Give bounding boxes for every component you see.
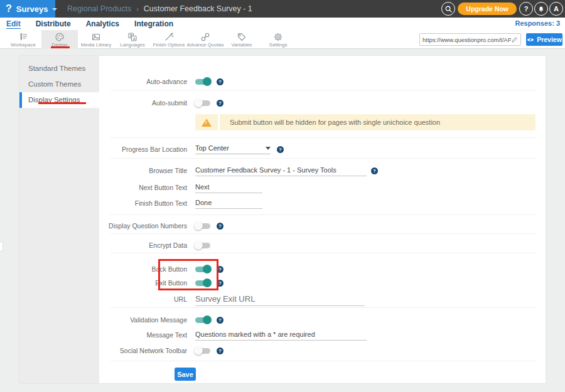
help-icon[interactable]: [217, 78, 223, 85]
auto-advance-toggle[interactable]: [195, 79, 210, 85]
svg-text:A: A: [133, 36, 136, 40]
tab-label: Settings: [269, 42, 288, 48]
help-icon[interactable]: [277, 146, 284, 153]
tab-label: Workspace: [11, 42, 36, 48]
tab-label: Variables: [232, 42, 252, 48]
warning-text: Submit button will be hidden for pages w…: [220, 114, 535, 130]
tab-label: Advance Quotas: [186, 42, 223, 48]
main-area: Standard Themes Custom Themes Display Se…: [0, 49, 565, 392]
auto-submit-toggle[interactable]: [195, 100, 210, 106]
display-question-numbers-label: Display Question Numbers: [99, 222, 187, 230]
warning-banner: Submit button will be hidden for pages w…: [195, 114, 535, 130]
survey-url-input[interactable]: [422, 36, 511, 43]
settings-gear-icon: [273, 32, 283, 42]
validation-message-label: Validation Message: [99, 316, 187, 324]
tab-label: Languages: [120, 42, 145, 48]
display-settings-form: Auto-advance Auto-submit Submit button w…: [99, 56, 546, 383]
tab-label: Media Library: [81, 42, 111, 48]
design-sidebar: Standard Themes Custom Themes Display Se…: [19, 56, 99, 383]
menu-distribute[interactable]: Distribute: [36, 19, 71, 28]
row-divider: [110, 307, 535, 308]
surveys-product-menu[interactable]: ? Surveys: [0, 0, 55, 18]
preview-button[interactable]: Preview: [526, 33, 562, 46]
save-button[interactable]: Save: [175, 368, 196, 381]
finish-button-text-label: Finish Button Text: [99, 199, 187, 207]
social-network-toolbar-toggle[interactable]: [195, 348, 210, 354]
next-button-text-label: Next Button Text: [99, 184, 187, 191]
menu-integration[interactable]: Integration: [134, 19, 173, 28]
workspace-icon: [18, 32, 28, 42]
account-avatar[interactable]: A: [549, 2, 563, 16]
tab-advance-quotas[interactable]: Advance Quotas: [187, 30, 223, 49]
survey-menu-bar: Edit Distribute Analytics Integration Re…: [0, 18, 565, 30]
help-icon[interactable]: [371, 167, 378, 174]
auto-advance-label: Auto-advance: [99, 78, 187, 85]
progress-bar-location-value: Top Center: [195, 144, 229, 152]
advance-quotas-links-icon: [200, 32, 210, 42]
search-button[interactable]: [441, 2, 455, 16]
annotation-back-exit-box: [158, 259, 218, 290]
tab-settings[interactable]: Settings: [260, 30, 296, 49]
tab-media-library[interactable]: Media Library: [78, 30, 114, 49]
exit-url-input[interactable]: [195, 293, 365, 306]
row-divider: [110, 215, 535, 215]
preview-label: Preview: [537, 36, 562, 43]
languages-icon: A: [127, 32, 137, 42]
auto-submit-label: Auto-submit: [99, 99, 187, 107]
tab-finish-options[interactable]: Finish Options: [151, 30, 187, 49]
chevron-down-icon: [52, 8, 57, 11]
product-name: Surveys: [16, 4, 48, 14]
upgrade-now-button[interactable]: Upgrade Now: [458, 3, 517, 15]
sidebar-item-custom-themes[interactable]: Custom Themes: [19, 77, 99, 92]
tab-label: Finish Options: [153, 42, 185, 48]
edit-pencil-icon[interactable]: [511, 36, 518, 43]
questionpro-logo-icon: ?: [6, 4, 12, 14]
search-icon: [444, 5, 453, 13]
sidebar-item-display-settings[interactable]: Display Settings: [19, 92, 99, 108]
top-header-bar: ? Surveys Regional Products › Customer F…: [0, 0, 565, 18]
finish-button-text-input[interactable]: [195, 198, 262, 209]
page-edge-tab[interactable]: [0, 241, 3, 252]
notifications-button[interactable]: [534, 2, 548, 16]
breadcrumb-separator: ›: [136, 5, 139, 13]
browser-title-input[interactable]: [195, 165, 367, 176]
responses-count[interactable]: Responses: 3: [515, 19, 560, 27]
design-panel: Standard Themes Custom Themes Display Se…: [19, 55, 546, 384]
message-text-label: Message Text: [99, 331, 187, 339]
tab-variables[interactable]: Variables: [223, 30, 260, 49]
exit-url-label: URL: [99, 295, 187, 303]
help-icon[interactable]: [217, 347, 223, 354]
row-divider: [110, 361, 535, 361]
annotation-display-settings-underline: [38, 102, 86, 104]
help-button[interactable]: ?: [519, 2, 533, 16]
finish-options-wand-icon: [164, 32, 174, 42]
menu-analytics[interactable]: Analytics: [86, 19, 119, 28]
help-icon[interactable]: [217, 223, 223, 230]
message-text-input[interactable]: [195, 329, 367, 341]
annotation-design-underline: [51, 46, 70, 48]
bell-icon: [537, 5, 545, 13]
browser-title-label: Browser Title: [99, 167, 187, 174]
edit-toolbar: Workspace Design Media Library: [0, 30, 565, 49]
tab-workspace[interactable]: Workspace: [5, 30, 41, 49]
row-divider: [110, 90, 535, 91]
help-icon[interactable]: [217, 317, 223, 324]
validation-message-toggle[interactable]: [195, 317, 210, 323]
breadcrumb-survey-title: Customer Feedback Survey - 1: [144, 4, 252, 13]
row-divider: [110, 137, 535, 138]
tab-languages[interactable]: A Languages: [114, 30, 151, 49]
display-question-numbers-toggle[interactable]: [195, 223, 210, 229]
breadcrumb-folder[interactable]: Regional Products: [67, 4, 131, 13]
menu-edit[interactable]: Edit: [6, 19, 21, 29]
help-icon[interactable]: [217, 100, 223, 107]
warning-icon: [202, 119, 212, 127]
encrypt-data-toggle[interactable]: [195, 243, 210, 248]
next-button-text-input[interactable]: [195, 182, 262, 193]
progress-bar-location-select[interactable]: Top Center: [195, 144, 271, 154]
row-divider: [110, 158, 535, 159]
eye-icon: [527, 37, 534, 43]
breadcrumb: Regional Products › Customer Feedback Su…: [67, 0, 252, 18]
progress-bar-location-label: Progress Bar Location: [99, 146, 187, 153]
survey-url-box: [419, 33, 521, 46]
sidebar-item-standard-themes[interactable]: Standard Themes: [19, 61, 99, 77]
